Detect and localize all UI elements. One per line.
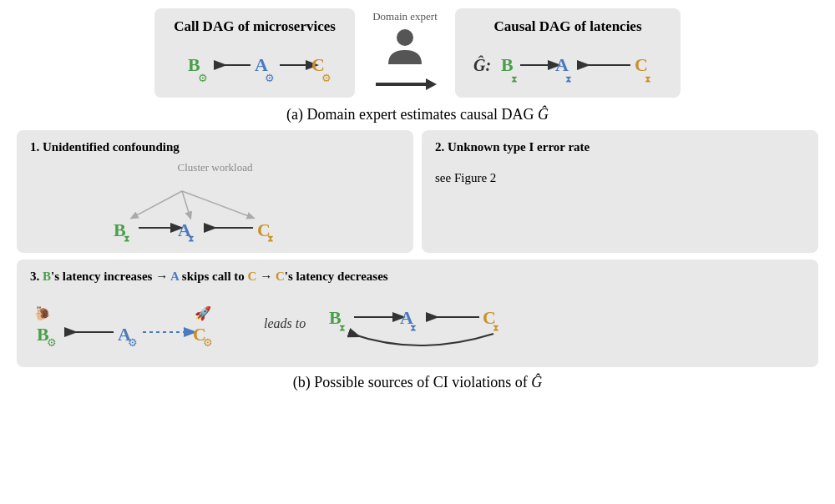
- call-dag-svg: B ⚙ A ⚙ C ⚙: [171, 42, 338, 88]
- confounding-diagram: Cluster workload B ⧗ A ⧗: [30, 161, 400, 243]
- right-dag-title: Causal DAG of latencies: [493, 18, 641, 35]
- svg-marker-7: [426, 78, 437, 90]
- svg-line-17: [132, 191, 182, 218]
- domain-expert-label: Domain expert: [372, 10, 438, 23]
- svg-line-19: [182, 191, 253, 218]
- svg-text:🐌: 🐌: [34, 305, 51, 321]
- section-a-caption: (a) Domain expert estimates causal DAG Ĝ: [286, 106, 549, 123]
- svg-text:⧗: ⧗: [267, 233, 274, 243]
- left-dag-box: Call DAG of microservices B ⚙ A ⚙ C ⚙: [154, 8, 355, 98]
- panel2-title: 2. Unknown type I error rate: [435, 140, 805, 154]
- svg-text:⧗: ⧗: [339, 322, 346, 332]
- panel2-content: see Figure 2: [435, 171, 805, 185]
- section-b-caption: (b) Possible sources of CI violations of…: [17, 374, 818, 391]
- main-container: Call DAG of microservices B ⚙ A ⚙ C ⚙: [17, 8, 818, 391]
- svg-text:⚙: ⚙: [128, 336, 138, 349]
- bottom-right-dag-svg: B ⧗ A ⧗ C ⧗: [322, 290, 556, 357]
- leads-to-text: leads to: [264, 316, 306, 331]
- svg-text:B: B: [501, 54, 514, 75]
- svg-text:⧗: ⧗: [188, 233, 195, 243]
- svg-text:⚙: ⚙: [47, 336, 57, 349]
- right-dag-box: Causal DAG of latencies Ĝ: B ⧗ A ⧗: [455, 8, 681, 98]
- svg-text:⚙: ⚙: [203, 336, 213, 349]
- left-dag-title: Call DAG of microservices: [174, 18, 336, 35]
- section-b-top: 1. Unidentified confounding Cluster work…: [17, 130, 818, 253]
- panel-confounding: 1. Unidentified confounding Cluster work…: [17, 130, 413, 253]
- domain-expert-block: Domain expert: [372, 10, 438, 97]
- confounding-svg: B ⧗ A ⧗ C ⧗: [99, 176, 332, 243]
- panel-type1-error: 2. Unknown type I error rate see Figure …: [422, 130, 818, 253]
- svg-point-5: [397, 29, 413, 46]
- svg-text:⧗: ⧗: [124, 233, 130, 243]
- svg-text:⧗: ⧗: [410, 322, 417, 332]
- panel1-title: 1. Unidentified confounding: [30, 140, 400, 154]
- bottom-left-dag-svg: 🐌 B ⚙ A ⚙ C dotted arrow --> 🚀 C ⚙: [30, 295, 247, 353]
- svg-text:⚙: ⚙: [265, 72, 275, 84]
- confounding-label: Cluster workload: [178, 161, 253, 174]
- causal-dag-svg: Ĝ: B ⧗ A ⧗ C ⧗: [472, 42, 664, 88]
- panel-latency: 3. B's latency increases → A skips call …: [17, 260, 818, 367]
- svg-text:⚙: ⚙: [198, 72, 208, 84]
- big-arrow-svg: [372, 72, 438, 97]
- svg-text:C: C: [635, 54, 648, 75]
- svg-text:A: A: [555, 54, 569, 75]
- section-a-boxes: Call DAG of microservices B ⚙ A ⚙ C ⚙: [154, 8, 681, 98]
- svg-text:⧗: ⧗: [645, 73, 651, 83]
- section-a: Call DAG of microservices B ⚙ A ⚙ C ⚙: [17, 8, 818, 123]
- svg-text:⚙: ⚙: [321, 72, 331, 84]
- svg-line-18: [182, 191, 190, 218]
- svg-text:Ĝ:: Ĝ:: [473, 55, 491, 74]
- person-icon: [384, 27, 426, 68]
- svg-text:🚀: 🚀: [195, 305, 211, 321]
- panel3-title: 3. B's latency increases → A skips call …: [30, 270, 805, 284]
- svg-text:⧗: ⧗: [565, 73, 572, 83]
- svg-text:⧗: ⧗: [493, 322, 499, 332]
- bottom-diagram: 🐌 B ⚙ A ⚙ C dotted arrow --> 🚀 C ⚙: [30, 290, 805, 357]
- svg-text:⧗: ⧗: [511, 73, 518, 83]
